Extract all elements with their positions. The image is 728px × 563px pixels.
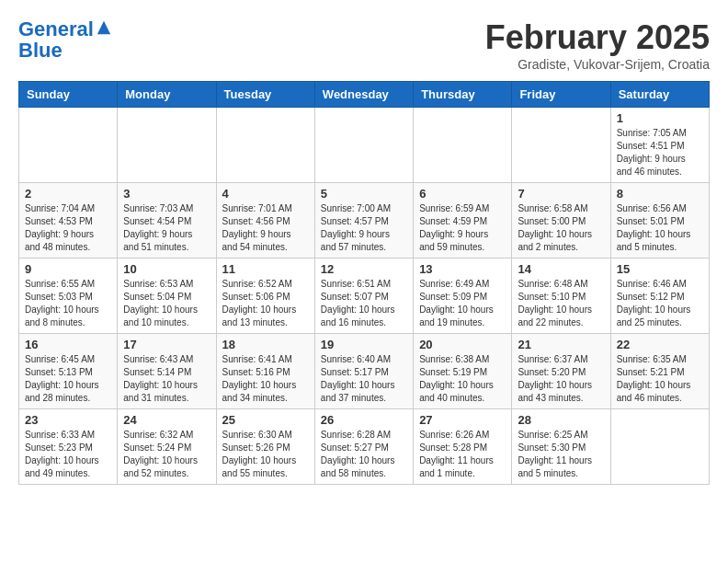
- logo-text-line2: Blue: [18, 40, 112, 61]
- logo-text-line1: General: [18, 18, 94, 40]
- calendar-cell: 12Sunrise: 6:51 AM Sunset: 5:07 PM Dayli…: [314, 259, 413, 334]
- day-number: 8: [617, 187, 703, 201]
- header-sunday: Sunday: [19, 82, 118, 108]
- day-number: 28: [518, 413, 604, 427]
- day-number: 10: [123, 262, 210, 276]
- page-header: General Blue February 2025 Gradiste, Vuk…: [18, 18, 710, 72]
- calendar-cell: 26Sunrise: 6:28 AM Sunset: 5:27 PM Dayli…: [314, 409, 413, 485]
- day-number: 25: [222, 413, 309, 427]
- day-info: Sunrise: 6:32 AM Sunset: 5:24 PM Dayligh…: [123, 429, 210, 480]
- calendar-cell: [216, 108, 314, 183]
- calendar-table: SundayMondayTuesdayWednesdayThursdayFrid…: [18, 81, 710, 485]
- day-number: 20: [419, 338, 506, 351]
- calendar-cell: 23Sunrise: 6:33 AM Sunset: 5:23 PM Dayli…: [19, 409, 118, 485]
- day-info: Sunrise: 6:49 AM Sunset: 5:09 PM Dayligh…: [419, 278, 506, 329]
- day-info: Sunrise: 6:28 AM Sunset: 5:27 PM Dayligh…: [321, 429, 407, 480]
- day-number: 11: [222, 262, 309, 276]
- day-number: 26: [321, 413, 407, 427]
- week-row-2: 2Sunrise: 7:04 AM Sunset: 4:53 PM Daylig…: [19, 183, 710, 259]
- day-number: 22: [617, 338, 703, 351]
- day-info: Sunrise: 6:46 AM Sunset: 5:12 PM Dayligh…: [617, 278, 703, 329]
- calendar-cell: 3Sunrise: 7:03 AM Sunset: 4:54 PM Daylig…: [118, 183, 216, 259]
- day-number: 14: [518, 262, 604, 276]
- logo-icon: [96, 19, 112, 36]
- week-row-3: 9Sunrise: 6:55 AM Sunset: 5:03 PM Daylig…: [19, 259, 710, 334]
- day-info: Sunrise: 6:45 AM Sunset: 5:13 PM Dayligh…: [25, 353, 111, 405]
- header-friday: Friday: [512, 82, 610, 108]
- day-info: Sunrise: 6:52 AM Sunset: 5:06 PM Dayligh…: [222, 278, 309, 329]
- day-number: 18: [222, 338, 309, 351]
- calendar-cell: 1Sunrise: 7:05 AM Sunset: 4:51 PM Daylig…: [610, 108, 709, 183]
- calendar-cell: [19, 108, 118, 183]
- calendar-cell: 15Sunrise: 6:46 AM Sunset: 5:12 PM Dayli…: [610, 259, 709, 334]
- header-saturday: Saturday: [610, 82, 709, 108]
- calendar-cell: 19Sunrise: 6:40 AM Sunset: 5:17 PM Dayli…: [314, 334, 413, 409]
- calendar-cell: 10Sunrise: 6:53 AM Sunset: 5:04 PM Dayli…: [118, 259, 216, 334]
- day-number: 12: [321, 262, 407, 276]
- day-info: Sunrise: 6:26 AM Sunset: 5:28 PM Dayligh…: [419, 429, 506, 480]
- day-info: Sunrise: 6:37 AM Sunset: 5:20 PM Dayligh…: [518, 353, 604, 405]
- calendar-cell: [314, 108, 413, 183]
- day-number: 21: [518, 338, 604, 351]
- calendar-cell: 14Sunrise: 6:48 AM Sunset: 5:10 PM Dayli…: [512, 259, 610, 334]
- day-info: Sunrise: 7:04 AM Sunset: 4:53 PM Dayligh…: [25, 202, 111, 254]
- day-info: Sunrise: 6:51 AM Sunset: 5:07 PM Dayligh…: [321, 278, 407, 329]
- header-wednesday: Wednesday: [314, 82, 413, 108]
- day-info: Sunrise: 7:00 AM Sunset: 4:57 PM Dayligh…: [321, 202, 407, 254]
- calendar-cell: 11Sunrise: 6:52 AM Sunset: 5:06 PM Dayli…: [216, 259, 314, 334]
- day-info: Sunrise: 6:56 AM Sunset: 5:01 PM Dayligh…: [617, 202, 703, 254]
- day-info: Sunrise: 6:41 AM Sunset: 5:16 PM Dayligh…: [222, 353, 309, 405]
- title-section: February 2025 Gradiste, Vukovar-Srijem, …: [485, 18, 710, 72]
- calendar-cell: 16Sunrise: 6:45 AM Sunset: 5:13 PM Dayli…: [19, 334, 118, 409]
- day-info: Sunrise: 6:43 AM Sunset: 5:14 PM Dayligh…: [123, 353, 210, 405]
- day-number: 4: [222, 187, 309, 201]
- day-info: Sunrise: 6:33 AM Sunset: 5:23 PM Dayligh…: [25, 429, 111, 480]
- calendar-cell: 2Sunrise: 7:04 AM Sunset: 4:53 PM Daylig…: [19, 183, 118, 259]
- calendar-cell: 21Sunrise: 6:37 AM Sunset: 5:20 PM Dayli…: [512, 334, 610, 409]
- day-number: 13: [419, 262, 506, 276]
- calendar-cell: 9Sunrise: 6:55 AM Sunset: 5:03 PM Daylig…: [19, 259, 118, 334]
- header-thursday: Thursday: [414, 82, 512, 108]
- calendar-cell: 25Sunrise: 6:30 AM Sunset: 5:26 PM Dayli…: [216, 409, 314, 485]
- week-row-4: 16Sunrise: 6:45 AM Sunset: 5:13 PM Dayli…: [19, 334, 710, 409]
- day-info: Sunrise: 6:25 AM Sunset: 5:30 PM Dayligh…: [518, 429, 604, 480]
- day-info: Sunrise: 6:59 AM Sunset: 4:59 PM Dayligh…: [419, 202, 506, 254]
- header-row: SundayMondayTuesdayWednesdayThursdayFrid…: [19, 82, 710, 108]
- calendar-cell: 8Sunrise: 6:56 AM Sunset: 5:01 PM Daylig…: [610, 183, 709, 259]
- day-number: 17: [123, 338, 210, 351]
- calendar-cell: 28Sunrise: 6:25 AM Sunset: 5:30 PM Dayli…: [512, 409, 610, 485]
- day-info: Sunrise: 6:38 AM Sunset: 5:19 PM Dayligh…: [419, 353, 506, 405]
- calendar-cell: 5Sunrise: 7:00 AM Sunset: 4:57 PM Daylig…: [314, 183, 413, 259]
- day-number: 16: [25, 338, 111, 351]
- day-number: 7: [518, 187, 604, 201]
- day-info: Sunrise: 6:48 AM Sunset: 5:10 PM Dayligh…: [518, 278, 604, 329]
- day-info: Sunrise: 7:03 AM Sunset: 4:54 PM Dayligh…: [123, 202, 210, 254]
- day-number: 6: [419, 187, 506, 201]
- day-number: 5: [321, 187, 407, 201]
- month-title: February 2025: [485, 18, 710, 57]
- week-row-5: 23Sunrise: 6:33 AM Sunset: 5:23 PM Dayli…: [19, 409, 710, 485]
- day-number: 1: [617, 111, 703, 125]
- day-info: Sunrise: 6:40 AM Sunset: 5:17 PM Dayligh…: [321, 353, 407, 405]
- calendar-cell: 27Sunrise: 6:26 AM Sunset: 5:28 PM Dayli…: [414, 409, 512, 485]
- day-number: 23: [25, 413, 111, 427]
- calendar-cell: [610, 409, 709, 485]
- day-number: 19: [321, 338, 407, 351]
- location: Gradiste, Vukovar-Srijem, Croatia: [485, 57, 710, 72]
- svg-marker-0: [97, 21, 110, 34]
- day-number: 3: [123, 187, 210, 201]
- day-info: Sunrise: 7:01 AM Sunset: 4:56 PM Dayligh…: [222, 202, 309, 254]
- calendar-cell: 6Sunrise: 6:59 AM Sunset: 4:59 PM Daylig…: [414, 183, 512, 259]
- day-number: 24: [123, 413, 210, 427]
- header-tuesday: Tuesday: [216, 82, 314, 108]
- calendar-cell: 17Sunrise: 6:43 AM Sunset: 5:14 PM Dayli…: [118, 334, 216, 409]
- day-number: 2: [25, 187, 111, 201]
- day-info: Sunrise: 6:55 AM Sunset: 5:03 PM Dayligh…: [25, 278, 111, 329]
- calendar-cell: 13Sunrise: 6:49 AM Sunset: 5:09 PM Dayli…: [414, 259, 512, 334]
- calendar-cell: 7Sunrise: 6:58 AM Sunset: 5:00 PM Daylig…: [512, 183, 610, 259]
- day-number: 27: [419, 413, 506, 427]
- calendar-cell: 4Sunrise: 7:01 AM Sunset: 4:56 PM Daylig…: [216, 183, 314, 259]
- day-number: 15: [617, 262, 703, 276]
- day-info: Sunrise: 6:53 AM Sunset: 5:04 PM Dayligh…: [123, 278, 210, 329]
- day-number: 9: [25, 262, 111, 276]
